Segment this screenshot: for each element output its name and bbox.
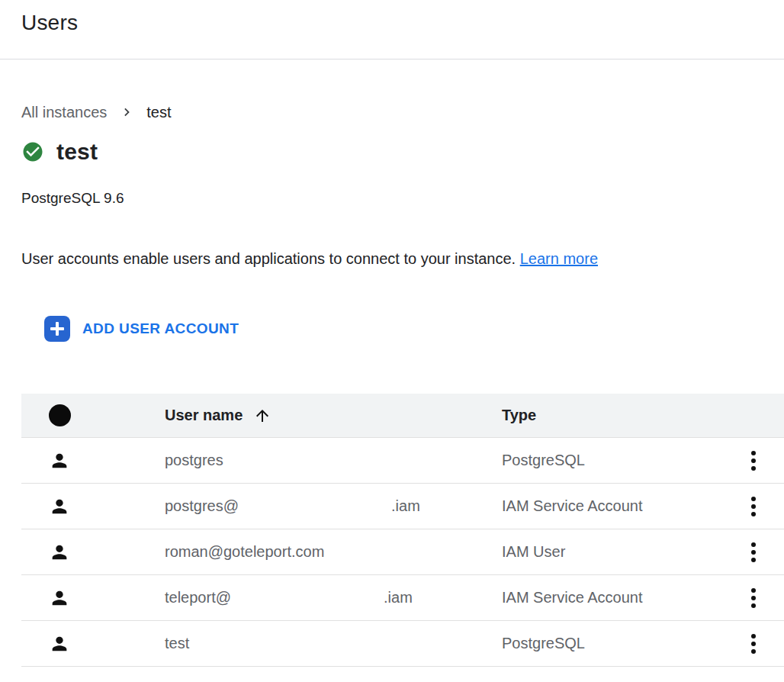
sort-ascending-icon xyxy=(253,407,272,425)
header-type: Type xyxy=(502,407,723,424)
page-title: Users xyxy=(21,9,784,37)
breadcrumb-current: test xyxy=(146,102,171,122)
user-name-cell: teleport@ .iam xyxy=(165,589,502,606)
avatar-circle-icon xyxy=(49,404,71,426)
table-row: teleport@ .iam IAM Service Account xyxy=(21,575,784,621)
user-name-header-label: User name xyxy=(165,407,243,424)
row-avatar-cell xyxy=(21,496,165,517)
row-avatar-cell xyxy=(21,587,165,609)
learn-more-link[interactable]: Learn more xyxy=(520,250,598,267)
person-icon xyxy=(49,450,70,471)
user-type-cell: IAM Service Account xyxy=(502,589,723,606)
user-type-cell: IAM Service Account xyxy=(502,497,723,515)
table-row: roman@goteleport.com IAM User xyxy=(21,529,784,575)
instance-heading: test xyxy=(21,137,784,166)
breadcrumb-all-instances-link[interactable]: All instances xyxy=(21,102,107,122)
instance-version: PostgreSQL 9.6 xyxy=(21,189,784,207)
row-actions-menu-button[interactable] xyxy=(747,446,760,475)
description-text: User accounts enable users and applicati… xyxy=(21,250,516,267)
row-actions-menu-button[interactable] xyxy=(747,538,760,567)
row-menu-cell xyxy=(723,538,784,567)
table-row: postgres PostgreSQL xyxy=(21,438,784,484)
user-name-text: postgres xyxy=(165,452,223,469)
users-table: User name Type postgres PostgreSQL xyxy=(21,394,784,667)
row-avatar-cell xyxy=(21,542,165,563)
add-user-account-button[interactable]: ADD USER ACCOUNT xyxy=(44,316,239,342)
page-header: Users xyxy=(0,0,784,60)
user-name-cell: postgres xyxy=(165,452,502,469)
user-type-cell: PostgreSQL xyxy=(502,635,723,652)
header-avatar-column xyxy=(21,404,165,426)
instance-name: test xyxy=(56,137,98,166)
user-name-text: test xyxy=(165,635,189,652)
breadcrumb: All instances test xyxy=(21,102,784,122)
user-name-cell: test xyxy=(165,635,502,652)
row-avatar-cell xyxy=(21,450,165,471)
user-name-suffix: .iam xyxy=(391,497,420,515)
add-plus-icon xyxy=(44,316,70,342)
user-name-text: postgres@ xyxy=(165,497,239,515)
row-actions-menu-button[interactable] xyxy=(747,629,760,658)
row-actions-menu-button[interactable] xyxy=(747,584,760,613)
redacted-project-id xyxy=(239,506,391,507)
user-type-cell: IAM User xyxy=(502,543,723,561)
chevron-right-icon xyxy=(119,104,136,121)
user-type-cell: PostgreSQL xyxy=(502,452,723,469)
main-content: All instances test test PostgreSQL 9.6 U… xyxy=(0,102,784,667)
table-row: postgres@ .iam IAM Service Account xyxy=(21,484,784,529)
person-icon xyxy=(49,496,70,517)
row-menu-cell xyxy=(723,492,784,521)
person-icon xyxy=(49,542,70,563)
user-name-text: teleport@ xyxy=(165,589,231,606)
row-menu-cell xyxy=(723,629,784,658)
row-menu-cell xyxy=(723,584,784,613)
row-actions-menu-button[interactable] xyxy=(747,492,760,521)
user-name-cell: roman@goteleport.com xyxy=(165,543,502,561)
person-icon xyxy=(49,587,70,609)
table-body: postgres PostgreSQL postgres@ .iam IAM S… xyxy=(21,438,784,667)
person-icon xyxy=(49,633,70,655)
add-user-account-label: ADD USER ACCOUNT xyxy=(82,320,239,338)
status-check-icon xyxy=(21,140,44,163)
table-row: test PostgreSQL xyxy=(21,621,784,667)
user-name-text: roman@goteleport.com xyxy=(165,543,324,561)
user-name-suffix: .iam xyxy=(384,589,413,606)
redacted-project-id xyxy=(231,597,384,598)
user-name-cell: postgres@ .iam xyxy=(165,497,502,515)
table-header-row: User name Type xyxy=(21,394,784,438)
header-user-name[interactable]: User name xyxy=(165,407,502,425)
row-menu-cell xyxy=(723,446,784,475)
description: User accounts enable users and applicati… xyxy=(21,249,784,269)
row-avatar-cell xyxy=(21,633,165,655)
